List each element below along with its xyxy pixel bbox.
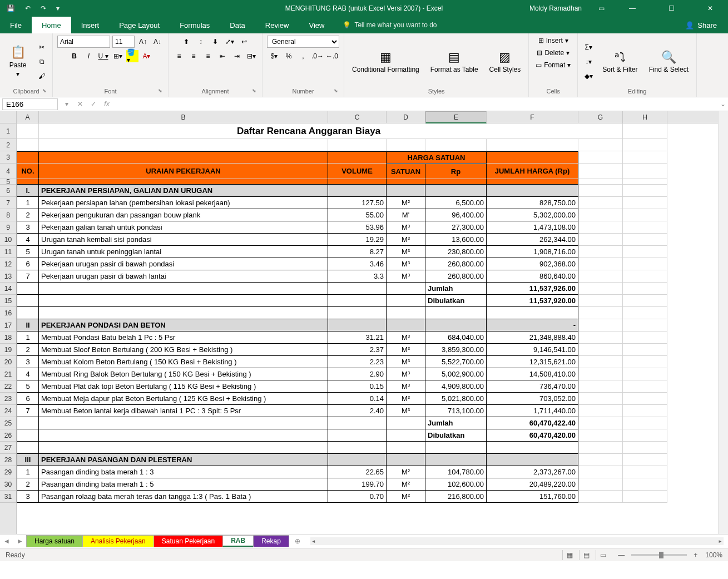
italic-button[interactable]: I [83, 50, 95, 62]
row-header[interactable]: 11 [0, 246, 16, 258]
format-cells-button[interactable]: ▭Format▾ [533, 60, 573, 70]
conditional-formatting-button[interactable]: ▦Conditional Formatting [349, 48, 423, 76]
page-layout-view-button[interactable]: ▤ [579, 550, 593, 560]
undo-icon[interactable]: ↶ [25, 4, 31, 12]
vertical-scrollbar[interactable] [718, 111, 728, 534]
row-header[interactable]: 16 [0, 307, 16, 319]
page-break-view-button[interactable]: ▭ [596, 550, 610, 560]
select-all-corner[interactable] [0, 111, 16, 123]
increase-font-button[interactable]: A↑ [137, 36, 149, 48]
row-header[interactable]: 15 [0, 295, 16, 307]
wrap-text-button[interactable]: ↩ [238, 36, 250, 48]
enter-icon[interactable]: ✓ [87, 100, 100, 108]
col-header[interactable]: D [387, 111, 425, 123]
font-size-input[interactable] [112, 36, 135, 48]
row-header[interactable]: 7 [0, 197, 16, 209]
orientation-button[interactable]: ⤢▾ [224, 36, 236, 48]
cancel-icon[interactable]: ✕ [73, 100, 87, 108]
name-box[interactable] [2, 98, 58, 110]
row-header[interactable]: 9 [0, 221, 16, 234]
row-header[interactable]: 8 [0, 209, 16, 221]
tell-me[interactable]: 💡 Tell me what you want to do [343, 17, 437, 33]
clear-button[interactable]: ◆▾ [582, 70, 595, 82]
fill-button[interactable]: ↓▾ [582, 56, 595, 68]
align-left-button[interactable]: ≡ [173, 50, 185, 62]
share-button[interactable]: 👤 Share [674, 17, 728, 33]
sheet-tab[interactable]: Rekap [253, 535, 289, 547]
ribbon-options-icon[interactable]: ▭ [598, 4, 605, 12]
close-button[interactable]: ✕ [699, 4, 721, 12]
copy-button[interactable]: ⧉ [36, 56, 48, 68]
new-sheet-button[interactable]: ⊕ [289, 537, 306, 545]
row-header[interactable]: 6 [0, 185, 16, 197]
sheet-nav-prev[interactable]: ◄ [0, 537, 13, 545]
col-header[interactable]: F [487, 111, 578, 123]
sheet-tab[interactable]: Satuan Pekerjaan [153, 535, 223, 547]
redo-icon[interactable]: ↷ [41, 4, 46, 12]
col-header[interactable]: C [328, 111, 387, 123]
row-header[interactable]: 26 [0, 429, 16, 442]
decrease-indent-button[interactable]: ⇤ [216, 50, 229, 62]
row-header[interactable]: 1 [0, 123, 16, 139]
paste-button[interactable]: 📋Paste▾ [4, 43, 31, 80]
row-header[interactable]: 13 [0, 270, 16, 283]
sheet-nav-next[interactable]: ► [13, 537, 27, 545]
row-header[interactable]: 5 [0, 179, 16, 185]
format-as-table-button[interactable]: ▤Format as Table [427, 48, 482, 76]
row-header[interactable]: 28 [0, 454, 16, 466]
namebox-dropdown-icon[interactable]: ▾ [60, 100, 73, 108]
row-header[interactable]: 30 [0, 478, 16, 491]
cut-button[interactable]: ✂ [36, 41, 48, 53]
row-header[interactable]: 24 [0, 405, 16, 417]
row-header[interactable]: 12 [0, 258, 16, 270]
format-painter-button[interactable]: 🖌 [36, 70, 48, 82]
minimize-button[interactable]: — [621, 4, 643, 12]
row-header[interactable]: 4 [0, 164, 16, 179]
row-header[interactable]: 19 [0, 344, 16, 356]
increase-indent-button[interactable]: ⇥ [231, 50, 243, 62]
insert-cells-button[interactable]: ⊞Insert▾ [536, 36, 571, 46]
tab-data[interactable]: Data [220, 17, 255, 33]
col-header[interactable]: G [578, 111, 623, 123]
zoom-out-button[interactable]: — [618, 551, 625, 559]
col-header[interactable]: A [17, 111, 39, 123]
row-header[interactable]: 29 [0, 466, 16, 478]
col-header[interactable]: B [39, 111, 328, 123]
tab-insert[interactable]: Insert [71, 17, 110, 33]
formula-input[interactable] [113, 98, 718, 110]
merge-button[interactable]: ⊟▾ [245, 50, 257, 62]
align-bottom-button[interactable]: ⬇ [209, 36, 221, 48]
tab-formulas[interactable]: Formulas [170, 17, 220, 33]
decrease-decimal-button[interactable]: ←.0 [326, 50, 338, 62]
decrease-font-button[interactable]: A↓ [151, 36, 164, 48]
font-color-button[interactable]: A▾ [141, 50, 153, 62]
col-header[interactable]: E [425, 111, 487, 123]
delete-cells-button[interactable]: ⊟Delete▾ [534, 48, 572, 58]
tab-home[interactable]: Home [32, 17, 71, 33]
align-top-button[interactable]: ⬆ [180, 36, 192, 48]
tab-review[interactable]: Review [255, 17, 299, 33]
tab-file[interactable]: File [0, 17, 32, 33]
row-header[interactable]: 20 [0, 356, 16, 368]
row-header[interactable]: 23 [0, 393, 16, 405]
tab-page-layout[interactable]: Page Layout [109, 17, 170, 33]
row-header[interactable]: 2 [0, 139, 16, 151]
fx-icon[interactable]: fx [100, 100, 113, 108]
normal-view-button[interactable]: ▦ [562, 550, 577, 560]
sort-filter-button[interactable]: ᵃ⤵Sort & Filter [599, 48, 641, 76]
zoom-level[interactable]: 100% [705, 551, 722, 559]
borders-button[interactable]: ⊞▾ [112, 50, 124, 62]
number-format-select[interactable]: General [267, 36, 339, 48]
align-middle-button[interactable]: ↕ [195, 36, 207, 48]
user-name[interactable]: Moldy Ramadhan [529, 4, 582, 12]
row-header[interactable]: 25 [0, 417, 16, 429]
row-header[interactable]: 22 [0, 380, 16, 393]
sheet-tab-active[interactable]: RAB [222, 535, 254, 547]
row-header[interactable]: 10 [0, 234, 16, 246]
tab-view[interactable]: View [299, 17, 334, 33]
maximize-button[interactable]: ☐ [660, 4, 682, 12]
row-header[interactable]: 27 [0, 442, 16, 454]
expand-formula-bar-icon[interactable]: ⌄ [718, 100, 728, 108]
bold-button[interactable]: B [68, 50, 81, 62]
row-header[interactable]: 21 [0, 368, 16, 380]
